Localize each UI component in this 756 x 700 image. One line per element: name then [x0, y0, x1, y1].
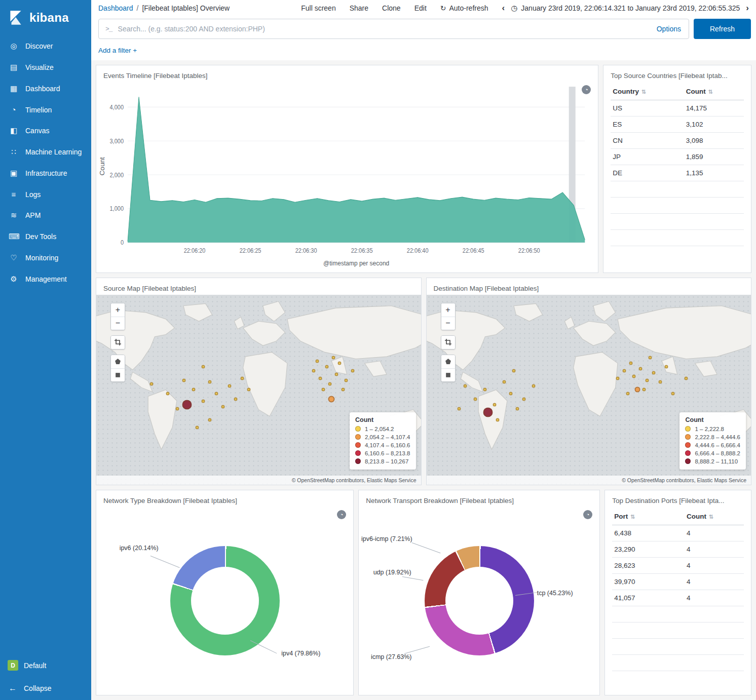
map-marker[interactable] [464, 384, 467, 387]
map-marker[interactable] [195, 426, 199, 430]
map-marker[interactable] [247, 388, 251, 392]
map-marker[interactable] [182, 400, 192, 410]
map-marker[interactable] [234, 398, 238, 401]
clone-button[interactable]: Clone [382, 4, 401, 12]
map-marker[interactable] [312, 369, 316, 372]
sidebar-item-apm[interactable]: ≋APM [0, 205, 91, 226]
map-marker[interactable] [214, 392, 218, 395]
map-marker[interactable] [328, 396, 335, 403]
sidebar-item-timelion[interactable]: ◔Timelion [0, 99, 91, 120]
map-marker[interactable] [649, 356, 652, 359]
sort-icon[interactable]: ⇅ [641, 89, 646, 95]
draw-polygon-icon[interactable] [111, 355, 125, 368]
map-marker[interactable] [228, 384, 231, 387]
zoom-in-button[interactable]: + [441, 303, 455, 317]
map-marker[interactable] [341, 388, 345, 392]
map-marker[interactable] [483, 388, 486, 392]
map-marker[interactable] [192, 388, 196, 392]
map-marker[interactable] [665, 365, 668, 369]
kibana-logo[interactable]: kibana [0, 0, 91, 34]
map-marker[interactable] [658, 380, 662, 384]
map-marker[interactable] [331, 356, 335, 359]
map-marker[interactable] [322, 388, 325, 392]
edit-button[interactable]: Edit [414, 4, 427, 12]
draw-rectangle-icon[interactable] [441, 368, 455, 381]
time-back-chevron[interactable]: ‹ [502, 3, 505, 13]
full-screen-button[interactable]: Full screen [301, 4, 335, 12]
sidebar-collapse-button[interactable]: ← Collapse [0, 677, 91, 700]
source-map[interactable]: + − [96, 295, 421, 485]
sidebar-item-dashboard[interactable]: ▦Dashboard [0, 78, 91, 99]
zoom-out-button[interactable]: − [111, 317, 125, 330]
events-timeline-chart[interactable]: 01,0002,0003,0004,00022:06:2022:06:2522:… [96, 82, 598, 273]
destination-map[interactable]: + − [427, 295, 751, 485]
map-marker[interactable] [629, 361, 633, 365]
map-marker[interactable] [684, 376, 688, 380]
map-marker[interactable] [642, 388, 646, 392]
map-marker[interactable] [512, 369, 516, 372]
search-input[interactable] [118, 25, 651, 33]
add-filter-link[interactable]: Add a filter + [98, 47, 137, 54]
sort-icon[interactable]: ⇅ [709, 514, 713, 520]
share-button[interactable]: Share [350, 4, 368, 12]
query-options-link[interactable]: Options [657, 25, 682, 33]
map-marker[interactable] [338, 361, 342, 365]
sidebar-item-default-space[interactable]: D Default [0, 654, 91, 677]
map-marker[interactable] [626, 392, 629, 395]
map-marker[interactable] [634, 387, 640, 393]
map-marker[interactable] [149, 382, 153, 386]
map-marker[interactable] [457, 407, 461, 410]
auto-refresh-button[interactable]: ↻ Auto-refresh [440, 4, 488, 12]
panel-inspect-icon[interactable]: ◔ [583, 510, 592, 519]
map-marker[interactable] [646, 378, 649, 382]
sidebar-item-logs[interactable]: ≡Logs [0, 184, 91, 205]
draw-rectangle-icon[interactable] [111, 368, 125, 381]
map-marker[interactable] [202, 399, 205, 403]
map-marker[interactable] [325, 365, 328, 369]
map-marker[interactable] [671, 392, 675, 395]
map-marker[interactable] [182, 378, 185, 382]
sidebar-item-monitoring[interactable]: ♡Monitoring [0, 247, 91, 268]
network-transport-donut[interactable] [425, 546, 534, 655]
column-header-count[interactable]: Count⇅ [684, 83, 744, 100]
map-marker[interactable] [632, 375, 636, 378]
map-marker[interactable] [652, 371, 655, 374]
sidebar-item-infrastructure[interactable]: ▣Infrastructure [0, 163, 91, 184]
map-marker[interactable] [315, 360, 319, 363]
map-marker[interactable] [221, 405, 224, 409]
zoom-in-button[interactable]: + [111, 303, 125, 317]
map-marker[interactable] [345, 378, 348, 382]
sidebar-item-discover[interactable]: ◎Discover [0, 35, 91, 57]
sidebar-item-machine-learning[interactable]: ∷Machine Learning [0, 141, 91, 163]
map-marker[interactable] [616, 376, 620, 380]
map-marker[interactable] [318, 376, 322, 380]
map-marker[interactable] [493, 403, 497, 407]
map-marker[interactable] [483, 408, 493, 417]
sidebar-item-canvas[interactable]: ◧Canvas [0, 120, 91, 141]
column-header-count[interactable]: Count⇅ [685, 508, 744, 525]
map-marker[interactable] [176, 407, 179, 410]
sidebar-item-visualize[interactable]: ▤Visualize [0, 57, 91, 78]
fit-bounds-icon[interactable] [441, 336, 455, 349]
time-range-picker[interactable]: ◷ January 23rd 2019, 22:06:14.321 to Jan… [511, 4, 740, 13]
zoom-out-button[interactable]: − [441, 317, 455, 330]
map-marker[interactable] [515, 407, 519, 410]
map-marker[interactable] [509, 392, 513, 395]
map-marker[interactable] [623, 369, 626, 372]
map-marker[interactable] [522, 398, 525, 401]
map-marker[interactable] [334, 373, 338, 376]
breadcrumb-dashboard-link[interactable]: Dashboard [98, 4, 133, 12]
map-marker[interactable] [166, 392, 169, 395]
map-marker[interactable] [496, 418, 500, 422]
map-marker[interactable] [208, 380, 212, 384]
column-header-country[interactable]: Country⇅ [611, 83, 684, 100]
time-forward-chevron[interactable]: › [746, 3, 749, 13]
sidebar-item-management[interactable]: ⚙Management [0, 268, 91, 290]
fit-bounds-icon[interactable] [111, 336, 125, 349]
map-marker[interactable] [241, 376, 244, 380]
sort-icon[interactable]: ⇅ [708, 89, 713, 95]
map-marker[interactable] [639, 367, 642, 371]
map-marker[interactable] [503, 380, 506, 384]
draw-polygon-icon[interactable] [441, 355, 455, 368]
map-marker[interactable] [202, 365, 205, 369]
